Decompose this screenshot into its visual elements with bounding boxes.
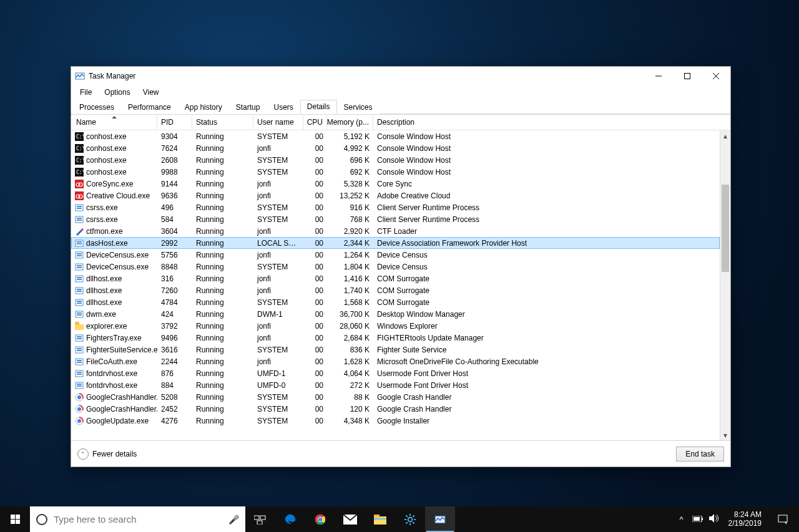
table-row[interactable]: dasHost.exe2992RunningLOCAL SE...002,344… xyxy=(71,237,720,249)
table-row[interactable]: dllhost.exe316Runningjonfi001,416 KCOM S… xyxy=(71,273,720,284)
table-body[interactable]: C:\conhost.exe9304RunningSYSTEM005,192 K… xyxy=(71,130,730,440)
svg-point-79 xyxy=(318,517,323,521)
process-user: jonfi xyxy=(253,357,303,366)
tab-users[interactable]: Users xyxy=(267,100,300,114)
file-explorer-icon[interactable] xyxy=(365,506,395,532)
table-row[interactable]: GoogleUpdate.exe4276RunningSYSTEM004,348… xyxy=(71,415,720,427)
menu-options[interactable]: Options xyxy=(98,87,136,98)
svg-line-92 xyxy=(413,515,414,517)
tab-services[interactable]: Services xyxy=(337,100,380,114)
taskbar-search[interactable]: Type here to search 🎤 xyxy=(30,506,245,532)
process-cpu: 00 xyxy=(303,405,327,414)
tab-startup[interactable]: Startup xyxy=(229,100,267,114)
close-button[interactable] xyxy=(702,67,730,85)
process-description: Adobe Creative Cloud xyxy=(373,191,720,200)
process-icon xyxy=(75,180,84,188)
titlebar[interactable]: Task Manager xyxy=(71,67,730,85)
volume-icon[interactable] xyxy=(708,514,720,525)
process-status: Running xyxy=(192,298,253,307)
svg-rect-62 xyxy=(77,374,82,375)
col-user[interactable]: User name xyxy=(253,115,303,130)
battery-icon[interactable] xyxy=(692,515,703,524)
table-row[interactable]: ctfmon.exe3604Runningjonfi002,920 KCTF L… xyxy=(71,225,720,237)
settings-gear-icon[interactable] xyxy=(395,506,425,532)
table-row[interactable]: DeviceCensus.exe8848RunningSYSTEM001,804… xyxy=(71,261,720,273)
col-pid[interactable]: PID xyxy=(157,115,192,130)
process-name: conhost.exe xyxy=(86,144,127,153)
svg-rect-21 xyxy=(77,208,82,209)
scroll-up[interactable]: ▴ xyxy=(720,130,730,141)
menu-file[interactable]: File xyxy=(74,87,98,98)
process-status: Running xyxy=(192,381,253,390)
table-row[interactable]: dwm.exe424RunningDWM-10036,700 KDesktop … xyxy=(71,308,720,320)
table-row[interactable]: dllhost.exe4784RunningSYSTEM001,568 KCOM… xyxy=(71,296,720,308)
process-status: Running xyxy=(192,251,253,259)
svg-rect-30 xyxy=(77,243,82,244)
process-icon xyxy=(75,239,84,248)
table-row[interactable]: dllhost.exe7260Runningjonfi001,740 KCOM … xyxy=(71,284,720,296)
table-row[interactable]: csrss.exe584RunningSYSTEM00768 KClient S… xyxy=(71,213,720,225)
fewer-details-button[interactable]: ⌃ Fewer details xyxy=(77,448,137,460)
process-memory: 1,804 K xyxy=(327,263,373,271)
table-row[interactable]: Creative Cloud.exe9636Runningjonfi0013,2… xyxy=(71,190,720,201)
clock[interactable]: 8:24 AM 2/19/2019 xyxy=(725,511,765,528)
svg-rect-64 xyxy=(77,384,82,385)
process-name: CoreSync.exe xyxy=(86,180,133,188)
table-row[interactable]: DeviceCensus.exe5756Runningjonfi001,264 … xyxy=(71,249,720,261)
mail-icon[interactable] xyxy=(335,506,365,532)
process-memory: 120 K xyxy=(327,405,373,414)
start-button[interactable] xyxy=(0,506,30,532)
tab-app-history[interactable]: App history xyxy=(178,100,229,114)
table-row[interactable]: fontdrvhost.exe884RunningUMFD-000272 KUs… xyxy=(71,379,720,391)
table-row[interactable]: FightersTray.exe9496Runningjonfi002,684 … xyxy=(71,332,720,344)
process-name: Creative Cloud.exe xyxy=(86,191,150,200)
col-description[interactable]: Description xyxy=(373,115,730,130)
process-pid: 9988 xyxy=(157,168,192,177)
table-row[interactable]: GoogleCrashHandler...5208RunningSYSTEM00… xyxy=(71,391,720,403)
mic-icon[interactable]: 🎤 xyxy=(228,515,239,525)
scrollbar[interactable]: ▴ ▾ xyxy=(720,130,730,440)
table-row[interactable]: FileCoAuth.exe2244Runningjonfi001,628 KM… xyxy=(71,355,720,367)
table-row[interactable]: fontdrvhost.exe876RunningUMFD-1004,064 K… xyxy=(71,367,720,379)
tab-details[interactable]: Details xyxy=(300,100,337,114)
process-cpu: 00 xyxy=(303,298,327,307)
end-task-button[interactable]: End task xyxy=(676,447,724,462)
col-name[interactable]: Name xyxy=(71,115,157,130)
table-row[interactable]: explorer.exe3792Runningjonfi0028,060 KWi… xyxy=(71,320,720,332)
process-pid: 4784 xyxy=(157,298,192,307)
action-center-icon[interactable] xyxy=(770,506,795,532)
edge-icon[interactable] xyxy=(275,506,305,532)
process-icon: C:\ xyxy=(75,132,84,141)
scroll-thumb[interactable] xyxy=(722,185,729,272)
svg-rect-65 xyxy=(77,385,82,387)
tray-chevron-icon[interactable]: ^ xyxy=(676,515,687,524)
col-cpu[interactable]: CPU xyxy=(303,115,327,130)
task-manager-taskbar-icon[interactable] xyxy=(425,506,455,532)
chrome-icon[interactable] xyxy=(305,506,335,532)
col-memory[interactable]: Memory (p... xyxy=(327,115,373,130)
process-name: conhost.exe xyxy=(86,156,127,165)
task-view-button[interactable] xyxy=(245,506,275,532)
minimize-button[interactable] xyxy=(644,67,673,85)
process-cpu: 00 xyxy=(303,191,327,200)
table-row[interactable]: C:\conhost.exe9988RunningSYSTEM00692 KCo… xyxy=(71,166,720,178)
table-row[interactable]: FighterSuiteService.e...3616RunningSYSTE… xyxy=(71,344,720,355)
menu-view[interactable]: View xyxy=(137,87,165,98)
process-user: SYSTEM xyxy=(253,346,303,354)
table-row[interactable]: csrss.exe496RunningSYSTEM00916 KClient S… xyxy=(71,201,720,213)
process-memory: 36,700 K xyxy=(327,310,373,319)
table-row[interactable]: C:\conhost.exe9304RunningSYSTEM005,192 K… xyxy=(71,130,720,142)
scroll-down[interactable]: ▾ xyxy=(720,430,730,440)
col-status[interactable]: Status xyxy=(192,115,253,130)
tab-performance[interactable]: Performance xyxy=(121,100,178,114)
maximize-button[interactable] xyxy=(673,67,702,85)
process-user: SYSTEM xyxy=(253,298,303,307)
table-row[interactable]: C:\conhost.exe2608RunningSYSTEM00696 KCo… xyxy=(71,154,720,166)
process-user: LOCAL SE... xyxy=(253,239,303,248)
tab-processes[interactable]: Processes xyxy=(72,100,121,114)
table-row[interactable]: CoreSync.exe9144Runningjonfi005,328 KCor… xyxy=(71,178,720,190)
svg-line-91 xyxy=(406,522,408,524)
process-icon xyxy=(75,274,84,283)
table-row[interactable]: GoogleCrashHandler...2452RunningSYSTEM00… xyxy=(71,403,720,415)
table-row[interactable]: C:\conhost.exe7624Runningjonfi004,992 KC… xyxy=(71,142,720,154)
